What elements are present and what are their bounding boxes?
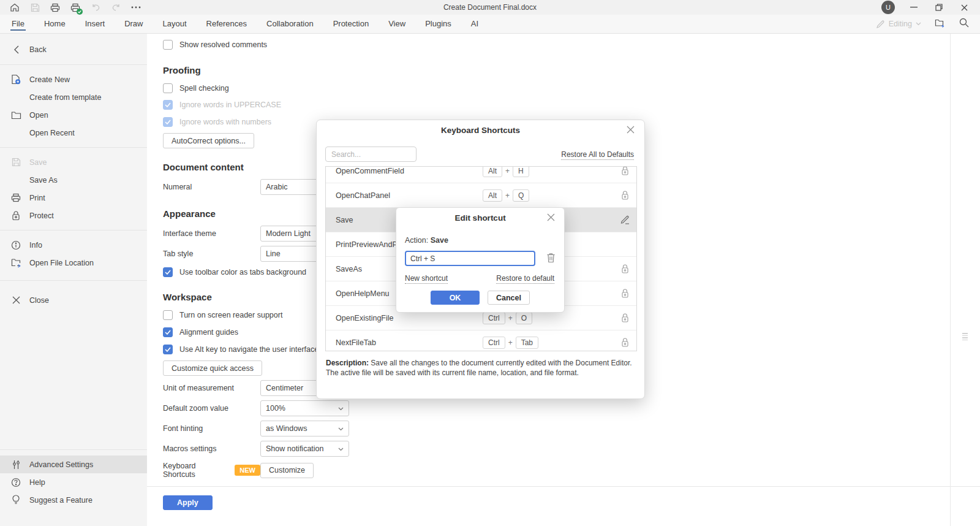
- apply-button[interactable]: Apply: [163, 495, 213, 510]
- sidebar-divider: [0, 230, 147, 231]
- font-hinting-dropdown[interactable]: as Windows: [260, 421, 349, 436]
- sidebar-divider: [0, 64, 147, 65]
- restore-to-default-link[interactable]: Restore to default: [496, 274, 554, 284]
- more-actions-icon[interactable]: [130, 1, 142, 13]
- locked-icon: [619, 166, 630, 177]
- close-window-button[interactable]: [958, 1, 970, 13]
- checkbox-checked[interactable]: [163, 267, 173, 277]
- toolbar-color-row[interactable]: Use toolbar color as tabs background: [163, 267, 306, 277]
- shortcut-row[interactable]: OpenChatPanel Alt + Q: [326, 183, 636, 208]
- close-dialog-icon[interactable]: [547, 213, 557, 223]
- sidebar-item-open-recent[interactable]: Open Recent: [0, 124, 147, 142]
- close-icon: [10, 295, 21, 306]
- checkbox-checked[interactable]: [163, 327, 173, 337]
- sidebar-item-open-file-location[interactable]: Open File Location: [0, 254, 147, 272]
- info-icon: [10, 240, 21, 251]
- redo-icon[interactable]: [110, 1, 122, 13]
- checkbox-unchecked[interactable]: [163, 310, 173, 320]
- locked-icon: [619, 337, 630, 349]
- shortcut-row[interactable]: OpenCommentField Alt + H: [326, 166, 636, 183]
- checkbox-unchecked[interactable]: [163, 83, 173, 93]
- tab-view[interactable]: View: [387, 16, 407, 32]
- restore-all-defaults-link[interactable]: Restore All to Defaults: [561, 150, 634, 160]
- print-icon[interactable]: [49, 1, 61, 13]
- keyboard-shortcuts-row: Keyboard Shortcuts NEW Customize: [163, 462, 314, 479]
- sidebar-item-save-as[interactable]: Save As: [0, 171, 147, 189]
- show-resolved-comments-row[interactable]: Show resolved comments: [163, 40, 267, 50]
- home-icon[interactable]: [9, 1, 21, 13]
- editing-mode-dropdown[interactable]: Editing: [876, 20, 921, 29]
- tab-file[interactable]: File: [10, 16, 26, 32]
- quick-print-icon[interactable]: [69, 1, 81, 13]
- menu-tabbar: File Home Insert Draw Layout References …: [0, 15, 980, 34]
- open-file-location-icon[interactable]: [935, 18, 946, 30]
- sidebar-item-protect[interactable]: Protect: [0, 207, 147, 224]
- sidebar-item-create-from-template[interactable]: Create from template: [0, 88, 147, 106]
- screen-reader-row[interactable]: Turn on screen reader support: [163, 310, 282, 320]
- sidebar-divider: [0, 280, 147, 281]
- sidebar-item-back[interactable]: Back: [0, 40, 147, 59]
- spell-checking-row[interactable]: Spell checking: [163, 83, 229, 93]
- checkbox-unchecked[interactable]: [163, 40, 173, 50]
- document-content-heading: Document content: [163, 162, 244, 172]
- tab-insert[interactable]: Insert: [84, 16, 107, 32]
- key-chip: Ctrl: [483, 337, 505, 349]
- sidebar-item-suggest-feature[interactable]: Suggest a Feature: [0, 491, 147, 509]
- lock-icon: [10, 210, 21, 221]
- undo-icon[interactable]: [89, 1, 102, 13]
- sliders-icon: [10, 459, 21, 470]
- close-dialog-icon[interactable]: [627, 125, 636, 135]
- tab-references[interactable]: References: [205, 16, 248, 32]
- sidebar-item-advanced-settings[interactable]: Advanced Settings: [0, 455, 147, 473]
- restore-button[interactable]: [933, 1, 945, 13]
- sidebar-item-create-new[interactable]: Create New: [0, 71, 147, 88]
- sidebar-item-info[interactable]: Info: [0, 236, 147, 254]
- shortcut-key-input[interactable]: [405, 251, 535, 266]
- sidebar-item-help[interactable]: Help: [0, 473, 147, 491]
- application-window: Create Document Final.docx U File Home I…: [0, 0, 980, 526]
- tab-home[interactable]: Home: [43, 16, 67, 32]
- delete-shortcut-icon[interactable]: [546, 253, 556, 265]
- cancel-button[interactable]: Cancel: [488, 291, 530, 305]
- action-label: Action: Save: [405, 236, 448, 245]
- locked-icon: [619, 263, 630, 275]
- autocorrect-options-button[interactable]: AutoCorrect options...: [163, 133, 254, 148]
- zoom-dropdown[interactable]: 100%: [260, 400, 349, 416]
- appearance-heading: Appearance: [163, 208, 216, 219]
- tab-ai[interactable]: AI: [470, 16, 480, 32]
- new-shortcut-link[interactable]: New shortcut: [405, 274, 448, 284]
- tab-layout[interactable]: Layout: [162, 16, 188, 32]
- shortcut-row[interactable]: NextFileTab Ctrl + Tab: [326, 330, 636, 351]
- scrollbar-thumb[interactable]: [962, 333, 968, 340]
- key-chip: H: [513, 166, 529, 177]
- search-icon[interactable]: [959, 18, 969, 30]
- minimize-button[interactable]: [908, 1, 920, 13]
- shortcut-search-input[interactable]: [325, 147, 417, 162]
- dialog-title: Edit shortcut: [396, 208, 564, 223]
- workspace-heading: Workspace: [163, 292, 212, 302]
- key-chip: Ctrl: [483, 312, 505, 324]
- folder-arrow-icon: [10, 257, 21, 269]
- key-chip: Alt: [483, 189, 502, 202]
- macros-dropdown[interactable]: Show notification: [260, 441, 349, 457]
- user-avatar[interactable]: U: [881, 1, 895, 14]
- chevron-down-icon: [916, 22, 921, 26]
- alignment-guides-row[interactable]: Alignment guides: [163, 327, 238, 337]
- save-icon[interactable]: [29, 1, 41, 13]
- sidebar-item-close[interactable]: Close: [0, 291, 147, 309]
- tab-collaboration[interactable]: Collaboration: [265, 16, 315, 32]
- tab-plugins[interactable]: Plugins: [424, 16, 453, 32]
- customize-shortcuts-button[interactable]: Customize: [260, 463, 314, 478]
- pencil-icon: [876, 20, 885, 29]
- sidebar-item-print[interactable]: Print: [0, 189, 147, 207]
- edit-pencil-icon[interactable]: [619, 214, 630, 226]
- alt-key-row[interactable]: Use Alt key to navigate the user interfa…: [163, 345, 339, 354]
- tab-draw[interactable]: Draw: [123, 16, 144, 32]
- sidebar-item-open[interactable]: Open: [0, 106, 147, 124]
- tab-protection[interactable]: Protection: [332, 16, 371, 32]
- document-title: Create Document Final.docx: [0, 3, 980, 12]
- customize-quick-access-button[interactable]: Customize quick access: [163, 360, 262, 376]
- checkbox-checked[interactable]: [163, 345, 173, 354]
- ok-button[interactable]: OK: [431, 291, 480, 305]
- folder-icon: [10, 110, 21, 121]
